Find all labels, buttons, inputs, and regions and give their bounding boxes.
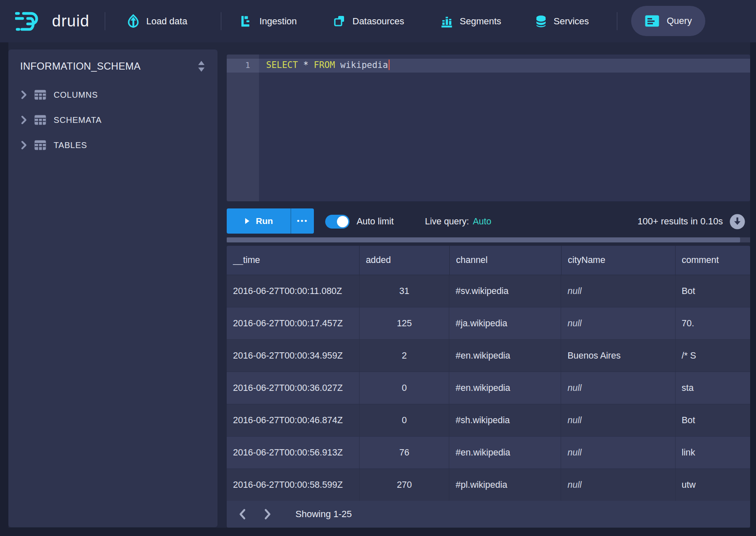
column-header-cityname[interactable]: cityName bbox=[562, 246, 676, 275]
results-hscrollbar-thumb[interactable] bbox=[227, 237, 740, 242]
column-header-time[interactable]: __time bbox=[227, 246, 360, 275]
cell-time[interactable]: 2016-06-27T00:00:36.027Z bbox=[227, 372, 360, 404]
cell-added[interactable]: 125 bbox=[360, 307, 449, 340]
cell-channel[interactable]: #ja.wikipedia bbox=[449, 307, 561, 340]
sql-editor[interactable]: 1 SELECT * FROM wikipedia bbox=[227, 55, 750, 201]
cell-comment[interactable]: /* S bbox=[676, 340, 750, 372]
cell-comment[interactable]: link bbox=[676, 437, 750, 469]
run-button[interactable]: Run bbox=[227, 208, 290, 234]
table-icon bbox=[34, 90, 46, 100]
cell-cityname[interactable]: null bbox=[561, 307, 675, 340]
download-results-button[interactable] bbox=[730, 214, 745, 229]
cell-time[interactable]: 2016-06-27T00:00:56.913Z bbox=[227, 437, 360, 469]
cell-time[interactable]: 2016-06-27T00:00:11.080Z bbox=[227, 275, 360, 307]
sql-code-line[interactable]: SELECT * FROM wikipedia bbox=[266, 60, 390, 70]
live-query-control[interactable]: Live query:Auto bbox=[425, 216, 491, 227]
text-cursor bbox=[388, 60, 390, 70]
cell-cityname[interactable]: null bbox=[561, 275, 675, 307]
cell-time[interactable]: 2016-06-27T00:00:46.874Z bbox=[227, 404, 360, 437]
cell-added[interactable]: 31 bbox=[360, 275, 449, 307]
nav-item-segments[interactable]: Segments bbox=[440, 0, 501, 42]
nav-item-load-data[interactable]: Load data bbox=[127, 0, 187, 42]
load-data-icon bbox=[127, 14, 140, 29]
cell-time[interactable]: 2016-06-27T00:00:17.457Z bbox=[227, 307, 360, 340]
column-header-added[interactable]: added bbox=[360, 246, 450, 275]
segments-icon bbox=[440, 15, 453, 28]
next-page-button[interactable] bbox=[261, 507, 274, 521]
cell-cityname[interactable]: Buenos Aires bbox=[561, 340, 675, 372]
column-header-comment[interactable]: comment bbox=[676, 246, 750, 275]
cell-channel[interactable]: #sv.wikipedia bbox=[449, 275, 561, 307]
cell-added[interactable]: 76 bbox=[360, 437, 449, 469]
cell-added[interactable]: 0 bbox=[360, 372, 449, 404]
chevron-right-icon[interactable] bbox=[21, 90, 27, 99]
sql-identifier: wikipedia bbox=[340, 60, 388, 70]
cell-comment[interactable]: utw bbox=[676, 469, 750, 501]
tree-item-columns[interactable]: COLUMNS bbox=[8, 82, 217, 107]
cell-channel[interactable]: #en.wikipedia bbox=[449, 372, 561, 404]
line-number: 1 bbox=[227, 60, 259, 70]
results-hscrollbar bbox=[227, 237, 750, 242]
chevron-right-icon[interactable] bbox=[21, 141, 27, 150]
tree-item-schemata[interactable]: SCHEMATA bbox=[8, 107, 217, 133]
cell-added[interactable]: 0 bbox=[360, 404, 449, 437]
table-row: 2016-06-27T00:00:58.599Z 270 #pl.wikiped… bbox=[227, 469, 750, 501]
table-row: 2016-06-27T00:00:56.913Z 76 #en.wikipedi… bbox=[227, 437, 750, 469]
editor-gutter bbox=[227, 55, 259, 201]
tree-item-label: TABLES bbox=[54, 141, 87, 150]
pagination-label: Showing 1-25 bbox=[295, 509, 352, 520]
auto-limit-label: Auto limit bbox=[357, 216, 394, 227]
prev-page-button[interactable] bbox=[236, 507, 249, 521]
nav-item-datasources[interactable]: Datasources bbox=[333, 0, 404, 42]
datasources-icon bbox=[333, 15, 346, 28]
nav-item-ingestion[interactable]: Ingestion bbox=[240, 0, 297, 42]
ingestion-icon bbox=[240, 15, 253, 28]
tree-item-tables[interactable]: TABLES bbox=[8, 133, 217, 158]
sql-keyword: SELECT bbox=[266, 60, 298, 70]
cell-cityname[interactable]: null bbox=[561, 469, 675, 501]
cell-channel[interactable]: #en.wikipedia bbox=[449, 437, 561, 469]
nav-item-services[interactable]: Services bbox=[535, 0, 589, 42]
druid-console: druid Load data bbox=[0, 0, 756, 536]
nav-divider bbox=[617, 12, 617, 30]
live-query-value[interactable]: Auto bbox=[473, 216, 491, 226]
schema-selector[interactable]: INFORMATION_SCHEMA bbox=[8, 49, 217, 72]
column-header-channel[interactable]: channel bbox=[450, 246, 562, 275]
sql-keyword: FROM bbox=[314, 60, 335, 70]
cell-time[interactable]: 2016-06-27T00:00:58.599Z bbox=[227, 469, 360, 501]
schema-tree: COLUMNS SCHEMATA bbox=[8, 82, 217, 158]
schema-title: INFORMATION_SCHEMA bbox=[20, 60, 141, 72]
nav-divider bbox=[105, 12, 105, 30]
query-icon bbox=[645, 15, 660, 27]
results-summary: 100+ results in 0.10s bbox=[637, 216, 723, 227]
run-label: Run bbox=[256, 216, 273, 226]
nav-divider bbox=[221, 12, 221, 30]
pagination-bar: Showing 1-25 bbox=[227, 501, 750, 528]
nav-item-label: Query bbox=[667, 16, 692, 26]
cell-cityname[interactable]: null bbox=[561, 372, 675, 404]
cell-added[interactable]: 2 bbox=[360, 340, 449, 372]
left-edge bbox=[0, 42, 8, 536]
cell-channel[interactable]: #sh.wikipedia bbox=[449, 404, 561, 437]
ellipsis-icon: ••• bbox=[297, 217, 308, 225]
cell-cityname[interactable]: null bbox=[561, 404, 675, 437]
auto-limit-toggle[interactable] bbox=[325, 215, 350, 229]
cell-comment[interactable]: Bot bbox=[676, 275, 750, 307]
services-icon bbox=[535, 15, 547, 28]
chevron-right-icon[interactable] bbox=[21, 115, 27, 125]
druid-logo[interactable]: druid bbox=[15, 0, 90, 42]
cell-added[interactable]: 270 bbox=[360, 469, 449, 501]
cell-comment[interactable]: 70. bbox=[676, 307, 750, 340]
run-split-button: Run ••• bbox=[227, 208, 314, 234]
nav-item-query-active[interactable]: Query bbox=[631, 6, 705, 36]
cell-comment[interactable]: Bot bbox=[676, 404, 750, 437]
results-body: 2016-06-27T00:00:11.080Z 31 #sv.wikipedi… bbox=[227, 275, 750, 501]
cell-time[interactable]: 2016-06-27T00:00:34.959Z bbox=[227, 340, 360, 372]
cell-channel[interactable]: #en.wikipedia bbox=[449, 340, 561, 372]
run-more-button[interactable]: ••• bbox=[290, 208, 314, 234]
cell-cityname[interactable]: null bbox=[561, 437, 675, 469]
nav-item-label: Services bbox=[554, 16, 589, 27]
cell-channel[interactable]: #pl.wikipedia bbox=[449, 469, 561, 501]
cell-comment[interactable]: sta bbox=[676, 372, 750, 404]
table-row: 2016-06-27T00:00:34.959Z 2 #en.wikipedia… bbox=[227, 340, 750, 372]
